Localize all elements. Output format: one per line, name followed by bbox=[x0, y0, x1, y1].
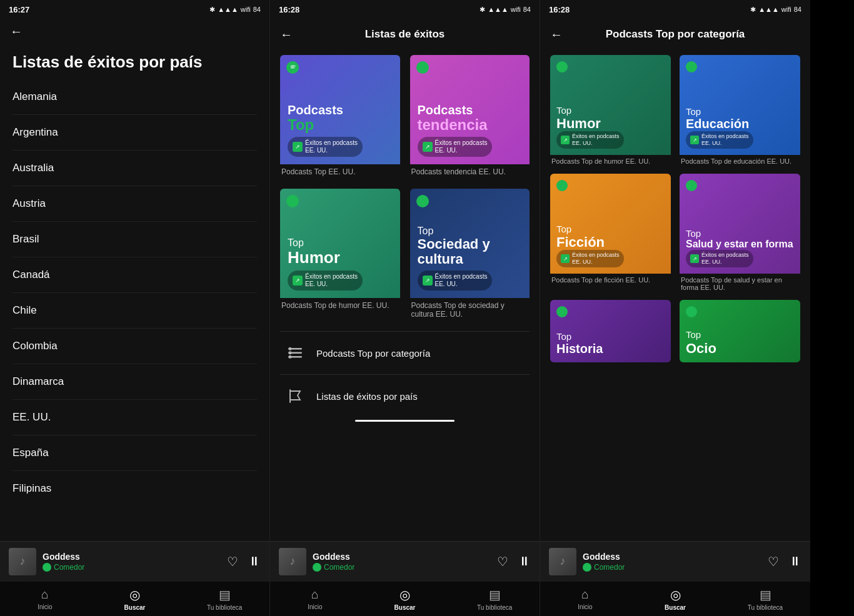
chart-card-sociedad[interactable]: Top Sociedad y cultura ↗ Éxitos en podca… bbox=[410, 189, 530, 319]
nav-library-3[interactable]: ▤ Tu biblioteca bbox=[720, 587, 810, 611]
chart-card-title-2: Podcasts tendencia bbox=[418, 103, 523, 133]
country-item-brasil[interactable]: Brasil bbox=[13, 222, 257, 257]
svg-point-9 bbox=[289, 355, 292, 359]
svg-point-1 bbox=[419, 64, 426, 71]
country-item-argentina[interactable]: Argentina bbox=[13, 115, 257, 151]
chart-card-humor[interactable]: Top Humor ↗ Éxitos en podcastsEE. UU. Po… bbox=[280, 189, 400, 319]
cat-card-salud[interactable]: Top Salud y estar en forma ↗ Éxitos en p… bbox=[680, 174, 800, 291]
badge-text-4: Éxitos en podcastsEE. UU. bbox=[435, 273, 488, 288]
cat-card-ocio[interactable]: Top Ocio bbox=[680, 300, 800, 362]
cat-spotify-5 bbox=[556, 306, 568, 317]
country-item-dinamarca[interactable]: Dinamarca bbox=[13, 364, 257, 400]
panel-country-list: 16:27 ✱ ▲▲▲ wifi 84 ← Listas de éxitos p… bbox=[0, 0, 270, 616]
cat-card-ficcion[interactable]: Top Ficción ↗ Éxitos en podcastsEE. UU. … bbox=[550, 174, 671, 291]
country-item-canada[interactable]: Canadá bbox=[13, 257, 257, 293]
section-link-country[interactable]: Listas de éxitos por país bbox=[280, 374, 530, 417]
signal-icon: ▲▲▲ bbox=[218, 6, 238, 13]
panel-category-top: 16:28 ✱ ▲▲▲ wifi 84 ← Podcasts Top por c… bbox=[540, 0, 810, 616]
country-item-australia[interactable]: Australia bbox=[13, 151, 257, 186]
np-title-3: Goddess bbox=[583, 552, 761, 562]
badge-icon-1: ↗ bbox=[293, 142, 303, 152]
chart-grid-bottom: Top Humor ↗ Éxitos en podcastsEE. UU. Po… bbox=[280, 189, 530, 319]
charts-scroll: Podcasts Top ↗ Éxitos en podcastsEE. UU.… bbox=[270, 49, 540, 616]
back-button-1[interactable]: ← bbox=[10, 24, 23, 39]
np-thumb-1: ♪ bbox=[9, 548, 36, 575]
nav-home-3[interactable]: ⌂ Inicio bbox=[540, 587, 630, 610]
nav-home-2[interactable]: ⌂ Inicio bbox=[270, 587, 360, 610]
home-icon-2: ⌂ bbox=[311, 587, 319, 602]
np-pause-button-2[interactable]: ⏸ bbox=[518, 554, 531, 569]
battery-icon-3: 84 bbox=[794, 6, 801, 13]
cat-card-historia[interactable]: Top Historia bbox=[550, 300, 671, 362]
np-heart-button-2[interactable]: ♡ bbox=[497, 554, 508, 569]
nav-home-label-2: Inicio bbox=[308, 604, 322, 610]
np-thumb-2: ♪ bbox=[279, 548, 306, 575]
cat-badge-text-3: Éxitos en podcastsEE. UU. bbox=[572, 252, 620, 266]
np-pause-button-1[interactable]: ⏸ bbox=[248, 554, 261, 569]
svg-point-8 bbox=[289, 351, 292, 354]
cat-badge-icon-4: ↗ bbox=[690, 254, 699, 263]
back-button-2[interactable]: ← bbox=[280, 27, 293, 42]
battery-icon-2: 84 bbox=[523, 6, 531, 13]
np-info-3: Goddess Comedor bbox=[583, 552, 761, 572]
bluetooth-icon-2: ✱ bbox=[480, 6, 485, 14]
country-item-austria[interactable]: Austria bbox=[13, 186, 257, 222]
back-button-3[interactable]: ← bbox=[550, 27, 563, 42]
nav-home-1[interactable]: ⌂ Inicio bbox=[0, 587, 90, 610]
cat-spotify-3 bbox=[556, 180, 568, 191]
nav-library-2[interactable]: ▤ Tu biblioteca bbox=[450, 587, 540, 611]
spotify-logo-4 bbox=[416, 195, 429, 207]
library-icon-1: ▤ bbox=[219, 587, 231, 602]
country-item-chile[interactable]: Chile bbox=[13, 293, 257, 329]
chart-label-2: Podcasts tendencia EE. UU. bbox=[410, 167, 530, 176]
home-icon-1: ⌂ bbox=[41, 587, 49, 602]
chart-card-podcasts-top[interactable]: Podcasts Top ↗ Éxitos en podcastsEE. UU.… bbox=[280, 55, 400, 176]
cat-badge-humor: ↗ Éxitos en podcastsEE. UU. bbox=[556, 131, 624, 149]
cat-label-humor: Podcasts Top de humor EE. UU. bbox=[550, 157, 671, 165]
section-link-category[interactable]: Podcasts Top por categoría bbox=[280, 331, 530, 374]
country-item-filipinas[interactable]: Filipinas bbox=[13, 471, 257, 506]
spotify-logo-2 bbox=[416, 61, 429, 74]
nav-search-2[interactable]: ◎ Buscar bbox=[360, 587, 450, 611]
nav-search-1[interactable]: ◎ Buscar bbox=[90, 587, 180, 611]
country-item-colombia[interactable]: Colombia bbox=[13, 329, 257, 364]
signal-icon-2: ▲▲▲ bbox=[488, 6, 508, 13]
np-heart-button-1[interactable]: ♡ bbox=[227, 554, 238, 569]
nav-search-3[interactable]: ◎ Buscar bbox=[630, 587, 720, 611]
cat-card-educacion[interactable]: Top Educación ↗ Éxitos en podcastsEE. UU… bbox=[680, 55, 800, 165]
search-icon-2: ◎ bbox=[399, 587, 410, 602]
np-source-icon-1 bbox=[43, 563, 51, 572]
cat-title-educacion: Top Educación bbox=[686, 106, 794, 131]
country-item-eeuu[interactable]: EE. UU. bbox=[13, 400, 257, 435]
status-bar-2: 16:28 ✱ ▲▲▲ wifi 84 bbox=[270, 0, 540, 17]
library-icon-3: ▤ bbox=[760, 587, 771, 602]
np-heart-button-3[interactable]: ♡ bbox=[768, 554, 779, 569]
cat-badge-icon-2: ↗ bbox=[690, 136, 699, 144]
country-item-espana[interactable]: España bbox=[13, 435, 257, 471]
nav-home-label-1: Inicio bbox=[38, 604, 52, 610]
time-1: 16:27 bbox=[9, 5, 29, 14]
bottom-nav-3: ⌂ Inicio ◎ Buscar ▤ Tu biblioteca bbox=[540, 581, 810, 616]
spotify-logo-1 bbox=[286, 61, 299, 74]
nav-library-1[interactable]: ▤ Tu biblioteca bbox=[179, 587, 269, 611]
np-art-3: ♪ bbox=[549, 548, 576, 575]
cat-grid: Top Humor ↗ Éxitos en podcastsEE. UU. Po… bbox=[550, 55, 800, 362]
chart-card-title-1: Podcasts Top bbox=[288, 103, 393, 133]
np-pause-button-3[interactable]: ⏸ bbox=[789, 554, 801, 569]
wifi-icon-3: wifi bbox=[781, 6, 791, 13]
bluetooth-icon: ✱ bbox=[209, 6, 215, 14]
nav-library-label-3: Tu biblioteca bbox=[748, 604, 783, 611]
status-icons-2: ✱ ▲▲▲ wifi 84 bbox=[480, 6, 531, 14]
np-controls-3: ♡ ⏸ bbox=[768, 554, 801, 569]
home-icon-3: ⌂ bbox=[581, 587, 589, 602]
cat-badge-educacion: ↗ Éxitos en podcastsEE. UU. bbox=[686, 131, 753, 149]
np-artist-2: Comedor bbox=[324, 563, 354, 572]
country-list: Alemania Argentina Australia Austria Bra… bbox=[0, 79, 269, 616]
cat-title-historia: Top Historia bbox=[556, 331, 665, 356]
chart-card-tendencia[interactable]: Podcasts tendencia ↗ Éxitos en podcastsE… bbox=[410, 55, 530, 176]
country-item-alemania[interactable]: Alemania bbox=[13, 79, 257, 115]
cat-card-humor[interactable]: Top Humor ↗ Éxitos en podcastsEE. UU. Po… bbox=[550, 55, 671, 165]
cat-badge-salud: ↗ Éxitos en podcastsEE. UU. bbox=[686, 250, 753, 267]
cat-spotify-2 bbox=[686, 61, 697, 72]
panel-title-2: Listas de éxitos bbox=[365, 28, 445, 41]
